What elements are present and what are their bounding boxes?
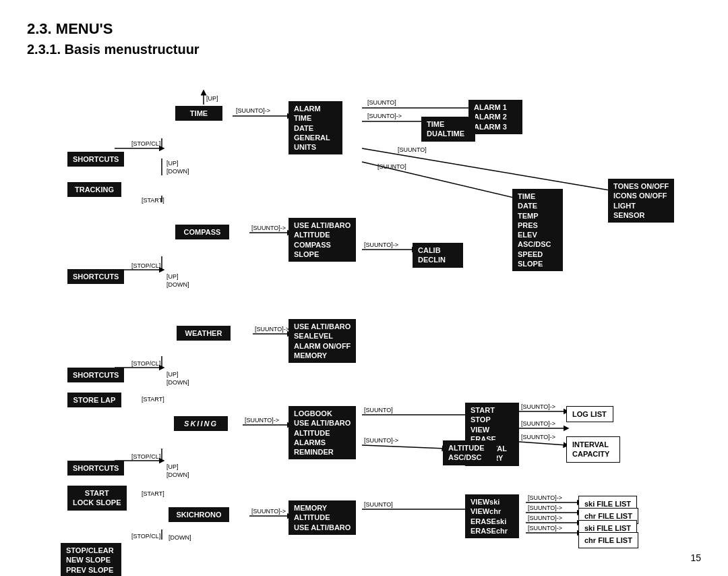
svg-text:[SUUNTO]->: [SUUNTO]-> bbox=[521, 420, 555, 427]
svg-text:[SUUNTO]->: [SUUNTO]-> bbox=[251, 225, 286, 231]
store-lap-box: STORE LAP bbox=[67, 393, 121, 407]
svg-text:[UP]: [UP] bbox=[206, 95, 218, 102]
compass-box: COMPASS bbox=[175, 225, 229, 239]
svg-text:[SUUNTO]: [SUUNTO] bbox=[364, 407, 393, 413]
svg-text:[DOWN]: [DOWN] bbox=[166, 168, 189, 175]
alarm-group-box: ALARM TIME DATE GENERAL UNITS bbox=[289, 101, 342, 154]
interval-capacity-box: INTERVAL CAPACITY bbox=[566, 436, 620, 463]
svg-text:[START]: [START] bbox=[142, 490, 164, 497]
svg-line-43 bbox=[362, 445, 445, 449]
skichrono-box: SKICHRONO bbox=[169, 507, 229, 522]
svg-text:[UP]: [UP] bbox=[166, 463, 179, 470]
svg-text:[SUUNTO]->: [SUUNTO]-> bbox=[251, 508, 286, 515]
tracking-box: TRACKING bbox=[67, 182, 121, 197]
svg-text:[DOWN]: [DOWN] bbox=[166, 379, 189, 386]
weather-box: WEATHER bbox=[177, 326, 231, 341]
use-alti-baro1-box: USE ALTI/BARO ALTITUDE COMPASS SLOPE bbox=[289, 218, 356, 262]
svg-text:[DOWN]: [DOWN] bbox=[169, 534, 191, 541]
time-box: TIME bbox=[175, 106, 222, 121]
svg-text:[SUUNTO]->: [SUUNTO]-> bbox=[245, 417, 279, 424]
svg-text:[UP]: [UP] bbox=[166, 273, 179, 280]
general-right-box: TONES ON/OFF ICONS ON/OFF LIGHT SENSOR bbox=[608, 179, 674, 223]
svg-text:[SUUNTO]->: [SUUNTO]-> bbox=[528, 494, 562, 501]
svg-text:[STOP/CL]: [STOP/CL] bbox=[131, 262, 160, 269]
start-lock-slope-box: START LOCK SLOPE bbox=[67, 486, 127, 511]
time-dualtime-box: TIME DUALTIME bbox=[421, 117, 475, 142]
shortcuts1-box: SHORTCUTS bbox=[67, 152, 124, 167]
svg-text:[SUUNTO]->: [SUUNTO]-> bbox=[521, 403, 555, 410]
svg-text:[SUUNTO]: [SUUNTO] bbox=[367, 99, 396, 106]
svg-text:[SUUNTO]->: [SUUNTO]-> bbox=[364, 437, 398, 444]
svg-line-12 bbox=[362, 162, 519, 199]
calib-declin-box: CALIB DECLIN bbox=[413, 243, 463, 268]
use-alti-baro2-box: USE ALTI/BARO SEALEVEL ALARM ON/OFF MEMO… bbox=[289, 319, 356, 363]
svg-text:[SUUNTO]->: [SUUNTO]-> bbox=[367, 113, 402, 119]
svg-text:[SUUNTO]->: [SUUNTO]-> bbox=[255, 326, 289, 333]
svg-text:[SUUNTO]->: [SUUNTO]-> bbox=[364, 241, 398, 248]
diagram: [UP] [SUUNTO]-> [SUUNTO] [SUUNTO]-> [SUU… bbox=[27, 71, 701, 556]
svg-text:[SUUNTO]->: [SUUNTO]-> bbox=[528, 515, 562, 521]
svg-text:[SUUNTO]->: [SUUNTO]-> bbox=[528, 505, 562, 511]
svg-text:[STOP/CL]: [STOP/CL] bbox=[131, 533, 160, 540]
page-number: 15 bbox=[690, 552, 701, 563]
svg-line-49 bbox=[519, 442, 566, 445]
svg-text:[START]: [START] bbox=[142, 197, 164, 204]
svg-text:[SUUNTO]: [SUUNTO] bbox=[377, 163, 406, 170]
shortcuts2-box: SHORTCUTS bbox=[67, 269, 124, 284]
svg-text:[SUUNTO]->: [SUUNTO]-> bbox=[236, 107, 270, 114]
svg-text:[STOP/CL]: [STOP/CL] bbox=[131, 360, 160, 367]
svg-text:[SUUNTO]->: [SUUNTO]-> bbox=[521, 434, 555, 440]
svg-text:[UP]: [UP] bbox=[166, 371, 179, 378]
shortcuts3-box: SHORTCUTS bbox=[67, 368, 124, 382]
svg-line-10 bbox=[362, 148, 613, 191]
altitude-ascdsc-box: ALTITUDE ASC/DSC bbox=[443, 440, 497, 465]
viewski-etc-box: VIEWski VIEWchr ERASEski ERASEchr bbox=[465, 494, 519, 538]
chr-file-list2-box: chr FILE LIST bbox=[578, 532, 638, 548]
units-right-box: TIME DATE TEMP PRES ELEV ASC/DSC SPEED S… bbox=[512, 189, 563, 271]
logbook-group-box: LOGBOOK USE ALTI/BARO ALTITUDE ALARMS RE… bbox=[289, 406, 356, 459]
svg-text:[STOP/CL]: [STOP/CL] bbox=[131, 453, 160, 460]
svg-text:[SUUNTO]: [SUUNTO] bbox=[364, 501, 393, 508]
log-list-box: LOG LIST bbox=[566, 406, 613, 422]
svg-text:[SUUNTO]->: [SUUNTO]-> bbox=[528, 525, 562, 531]
sub-title: 2.3.1. Basis menustructuur bbox=[27, 42, 701, 57]
svg-text:[DOWN]: [DOWN] bbox=[166, 281, 189, 288]
stop-clear-box: STOP/CLEAR NEW SLOPE PREV SLOPE CHRONO bbox=[61, 543, 121, 576]
svg-text:[STOP/CL]: [STOP/CL] bbox=[131, 140, 160, 147]
alarm123-box: ALARM 1 ALARM 2 ALARM 3 bbox=[468, 100, 522, 134]
shortcuts4-box: SHORTCUTS bbox=[67, 461, 124, 476]
section-title: 2.3. MENU'S bbox=[27, 20, 701, 38]
skiing-box: SKIING bbox=[174, 416, 228, 431]
memory-group-box: MEMORY ALTITUDE USE ALTI/BARO bbox=[289, 500, 356, 535]
svg-text:[SUUNTO]: [SUUNTO] bbox=[398, 146, 427, 153]
arrows-svg: [UP] [SUUNTO]-> [SUUNTO] [SUUNTO]-> [SUU… bbox=[27, 71, 701, 556]
svg-text:[UP]: [UP] bbox=[166, 160, 179, 167]
svg-text:[START]: [START] bbox=[142, 396, 164, 403]
svg-text:[DOWN]: [DOWN] bbox=[166, 471, 189, 478]
